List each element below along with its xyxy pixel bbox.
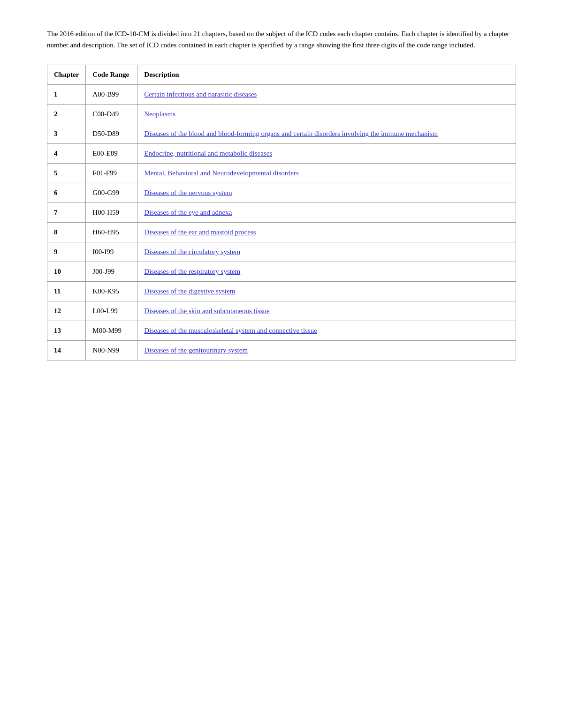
code-range: C00-D49: [86, 105, 137, 124]
code-range: L00-L99: [86, 301, 137, 321]
col-header-code-range: Code Range: [86, 65, 137, 85]
description-cell[interactable]: Diseases of the skin and subcutaneous ti…: [137, 301, 516, 321]
intro-paragraph: The 2016 edition of the ICD-10-CM is div…: [47, 28, 516, 51]
table-row: 10J00-J99Diseases of the respiratory sys…: [47, 262, 516, 282]
table-row: 14N00-N99Diseases of the genitourinary s…: [47, 341, 516, 360]
table-row: 8H60-H95Diseases of the ear and mastoid …: [47, 223, 516, 242]
description-cell[interactable]: Certain infectious and parasitic disease…: [137, 85, 516, 105]
table-row: 7H00-H59Diseases of the eye and adnexa: [47, 203, 516, 223]
chapter-number: 8: [47, 223, 86, 242]
description-cell[interactable]: Diseases of the eye and adnexa: [137, 203, 516, 223]
code-range: M00-M99: [86, 321, 137, 341]
table-row: 9I00-I99Diseases of the circulatory syst…: [47, 242, 516, 262]
chapter-number: 2: [47, 105, 86, 124]
code-range: F01-F99: [86, 164, 137, 183]
description-link[interactable]: Diseases of the nervous system: [144, 189, 232, 196]
code-range: G00-G99: [86, 183, 137, 203]
description-cell[interactable]: Diseases of the blood and blood-forming …: [137, 124, 516, 144]
description-link[interactable]: Diseases of the blood and blood-forming …: [144, 130, 438, 137]
table-header-row: Chapter Code Range Description: [47, 65, 516, 85]
description-link[interactable]: Diseases of the respiratory system: [144, 268, 240, 275]
code-range: I00-I99: [86, 242, 137, 262]
code-range: N00-N99: [86, 341, 137, 360]
description-link[interactable]: Diseases of the circulatory system: [144, 248, 240, 255]
code-range: D50-D89: [86, 124, 137, 144]
table-row: 4E00-E89Endocrine, nutritional and metab…: [47, 144, 516, 164]
chapter-number: 12: [47, 301, 86, 321]
description-link[interactable]: Certain infectious and parasitic disease…: [144, 90, 257, 98]
table-row: 11K00-K95Diseases of the digestive syste…: [47, 282, 516, 301]
icd-chapters-table: Chapter Code Range Description 1A00-B99C…: [47, 65, 516, 360]
code-range: J00-J99: [86, 262, 137, 282]
description-cell[interactable]: Diseases of the musculoskeletal system a…: [137, 321, 516, 341]
chapter-number: 9: [47, 242, 86, 262]
chapter-number: 13: [47, 321, 86, 341]
description-link[interactable]: Diseases of the skin and subcutaneous ti…: [144, 307, 269, 315]
description-cell[interactable]: Diseases of the nervous system: [137, 183, 516, 203]
code-range: A00-B99: [86, 85, 137, 105]
table-row: 12L00-L99Diseases of the skin and subcut…: [47, 301, 516, 321]
table-row: 2C00-D49Neoplasms: [47, 105, 516, 124]
description-cell[interactable]: Diseases of the ear and mastoid process: [137, 223, 516, 242]
description-link[interactable]: Diseases of the genitourinary system: [144, 346, 248, 354]
chapter-number: 3: [47, 124, 86, 144]
description-cell[interactable]: Diseases of the genitourinary system: [137, 341, 516, 360]
description-link[interactable]: Neoplasms: [144, 110, 175, 118]
code-range: H00-H59: [86, 203, 137, 223]
chapter-number: 11: [47, 282, 86, 301]
description-cell[interactable]: Mental, Behavioral and Neurodevelopmenta…: [137, 164, 516, 183]
description-cell[interactable]: Endocrine, nutritional and metabolic dis…: [137, 144, 516, 164]
description-cell[interactable]: Neoplasms: [137, 105, 516, 124]
description-cell[interactable]: Diseases of the respiratory system: [137, 262, 516, 282]
description-link[interactable]: Diseases of the ear and mastoid process: [144, 228, 256, 236]
col-header-description: Description: [137, 65, 516, 85]
description-cell[interactable]: Diseases of the digestive system: [137, 282, 516, 301]
chapter-number: 6: [47, 183, 86, 203]
description-cell[interactable]: Diseases of the circulatory system: [137, 242, 516, 262]
chapter-number: 4: [47, 144, 86, 164]
description-link[interactable]: Endocrine, nutritional and metabolic dis…: [144, 150, 272, 157]
table-row: 1A00-B99Certain infectious and parasitic…: [47, 85, 516, 105]
chapter-number: 7: [47, 203, 86, 223]
description-link[interactable]: Diseases of the musculoskeletal system a…: [144, 327, 317, 334]
description-link[interactable]: Diseases of the eye and adnexa: [144, 209, 232, 216]
chapter-number: 10: [47, 262, 86, 282]
col-header-chapter: Chapter: [47, 65, 86, 85]
chapter-number: 1: [47, 85, 86, 105]
chapter-number: 14: [47, 341, 86, 360]
description-link[interactable]: Diseases of the digestive system: [144, 287, 235, 295]
chapter-number: 5: [47, 164, 86, 183]
table-row: 6G00-G99Diseases of the nervous system: [47, 183, 516, 203]
description-link[interactable]: Mental, Behavioral and Neurodevelopmenta…: [144, 169, 298, 177]
table-row: 3D50-D89Diseases of the blood and blood-…: [47, 124, 516, 144]
code-range: K00-K95: [86, 282, 137, 301]
code-range: H60-H95: [86, 223, 137, 242]
code-range: E00-E89: [86, 144, 137, 164]
table-row: 13M00-M99Diseases of the musculoskeletal…: [47, 321, 516, 341]
table-row: 5F01-F99Mental, Behavioral and Neurodeve…: [47, 164, 516, 183]
